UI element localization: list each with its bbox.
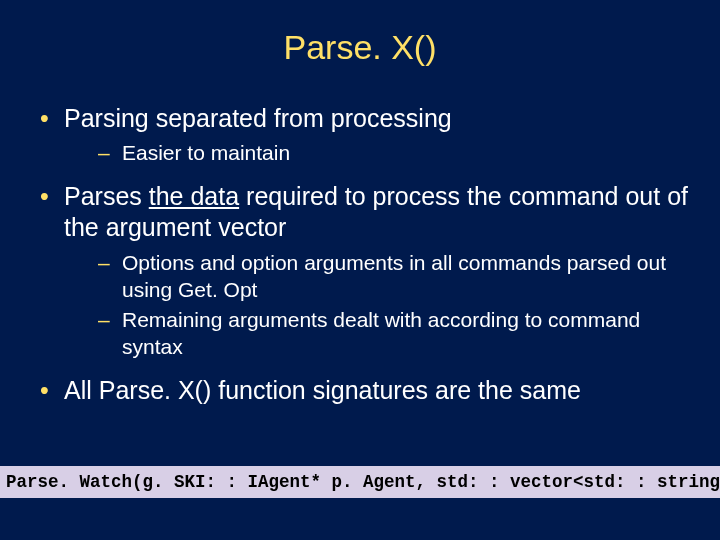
- sub-item: Remaining arguments dealt with according…: [64, 307, 690, 361]
- sub-item: Options and option arguments in all comm…: [64, 250, 690, 304]
- bullet-text-prefix: Parses: [64, 182, 149, 210]
- sub-item: Easier to maintain: [64, 140, 690, 167]
- bullet-item: Parsing separated from processing Easier…: [30, 103, 690, 167]
- sub-list: Options and option arguments in all comm…: [64, 250, 690, 362]
- slide-title: Parse. X(): [30, 28, 690, 67]
- code-signature: Parse. Watch(g. SKI: : IAgent* p. Agent,…: [0, 466, 720, 498]
- slide: Parse. X() Parsing separated from proces…: [0, 0, 720, 540]
- bullet-text-underlined: the data: [149, 182, 239, 210]
- bullet-text: All Parse. X() function signatures are t…: [64, 376, 581, 404]
- sub-list: Easier to maintain: [64, 140, 690, 167]
- bullet-text: Parsing separated from processing: [64, 104, 452, 132]
- bullet-item: All Parse. X() function signatures are t…: [30, 375, 690, 406]
- bullet-item: Parses the data required to process the …: [30, 181, 690, 361]
- bullet-list: Parsing separated from processing Easier…: [30, 103, 690, 406]
